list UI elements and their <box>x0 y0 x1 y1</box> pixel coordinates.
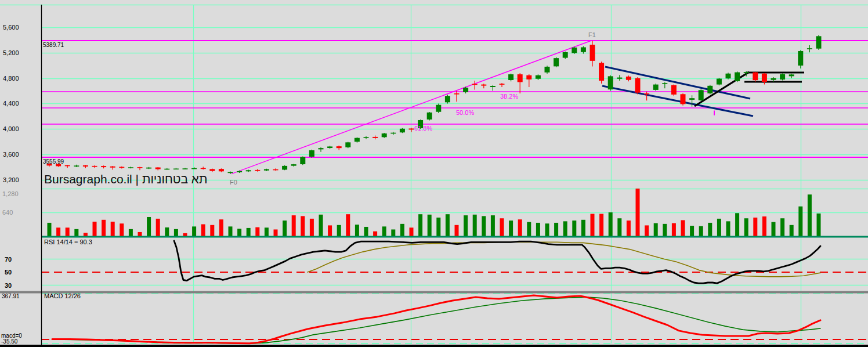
volume-bar <box>147 217 151 236</box>
volume-bar <box>229 226 233 236</box>
candle-body <box>717 79 722 85</box>
price-axis-tick-label: 3,200 <box>3 176 19 183</box>
candle-body <box>707 86 713 93</box>
volume-bar <box>527 222 531 236</box>
volume-bar <box>102 220 106 236</box>
volume-bar <box>428 215 432 236</box>
volume-bar <box>382 226 386 236</box>
candle-body <box>735 73 740 81</box>
candle-body <box>128 167 133 168</box>
candle-body <box>436 105 441 112</box>
volume-bar <box>744 218 748 236</box>
volume-bar <box>455 225 459 236</box>
price-axis-tick-label: 4,000 <box>3 125 19 132</box>
candle-body <box>581 48 586 52</box>
volume-bar <box>464 215 468 236</box>
chart-application-window: 5,6005,2004,8004,4004,0003,6003,2001,280… <box>0 0 868 347</box>
candle-body <box>490 86 496 87</box>
level-high-label: 5389.71 <box>43 42 64 48</box>
volume-bar <box>617 218 621 236</box>
candle-body <box>526 75 531 79</box>
rsi-panel-label: RSI 14/14 = 90.3 <box>44 238 92 245</box>
volume-baseline-bar <box>41 236 868 238</box>
candle-body <box>572 48 577 53</box>
candle-body <box>74 165 79 167</box>
candle-body <box>173 168 179 169</box>
candle-body <box>101 166 106 167</box>
price-axis-tick-label: 4,400 <box>3 100 19 107</box>
candle-body <box>364 137 369 138</box>
candle-body <box>500 84 505 85</box>
candle-body <box>699 90 704 100</box>
candle-body <box>119 167 124 168</box>
volume-bar <box>337 225 341 236</box>
candle-body <box>291 164 296 166</box>
macd-panel-label: MACD 12/26 <box>44 292 81 299</box>
volume-bar <box>545 223 549 236</box>
volume-bar <box>563 221 567 236</box>
stock-chart-canvas[interactable]: 5,6005,2004,8004,4004,0003,6003,2001,280… <box>0 0 868 347</box>
volume-bar <box>536 223 540 236</box>
candle-body <box>164 169 169 170</box>
candle-body <box>319 148 324 149</box>
volume-bar <box>645 225 649 236</box>
candle-body <box>65 165 70 167</box>
candle-body <box>237 171 242 172</box>
volume-bar <box>391 229 395 236</box>
volume-bar <box>817 214 821 236</box>
candle-body <box>309 150 314 157</box>
volume-bar <box>699 226 703 236</box>
rsi-axis-tick-label: 50 <box>5 269 12 276</box>
candle-body <box>508 74 513 80</box>
volume-bar <box>237 229 241 236</box>
candle-body <box>554 58 559 66</box>
candle-body <box>409 128 414 129</box>
volume-bar <box>48 223 52 236</box>
volume-bar <box>66 227 70 236</box>
candle-body <box>337 146 342 148</box>
candle-body <box>563 52 568 58</box>
volume-bar <box>518 219 522 236</box>
fib-382-label: 38.2% <box>500 93 518 100</box>
candle-body <box>545 67 550 73</box>
volume-bar <box>138 232 142 236</box>
candle-body <box>282 166 287 170</box>
volume-bar <box>708 223 712 236</box>
rsi-axis-tick-label: 70 <box>5 256 12 263</box>
volume-bar <box>74 229 78 236</box>
bottom-border-bar <box>0 345 868 347</box>
volume-bar <box>482 216 486 236</box>
candle-body <box>762 74 767 82</box>
volume-bar <box>726 221 730 236</box>
volume-bar <box>165 227 169 236</box>
volume-bar <box>319 215 323 236</box>
volume-bar <box>410 227 414 236</box>
volume-bar <box>201 224 205 236</box>
volume-bar <box>690 226 694 236</box>
volume-bar <box>609 212 613 236</box>
candle-body <box>780 74 785 79</box>
volume-bar <box>436 218 440 236</box>
volume-bar <box>581 220 585 236</box>
candle-body <box>83 165 88 167</box>
candle-body <box>608 76 613 89</box>
volume-bar <box>762 216 766 236</box>
level-low-label: 3555.99 <box>43 158 64 165</box>
price-axis-tick-label: 5,600 <box>3 24 19 31</box>
volume-bar <box>599 214 603 236</box>
volume-bar <box>265 227 269 236</box>
volume-axis-tick-label: 1,280 <box>2 190 19 197</box>
volume-bar <box>473 215 477 236</box>
candle-body <box>183 168 188 169</box>
fib-anchor-f0-label: F0 <box>230 179 237 186</box>
volume-bar <box>627 221 631 236</box>
candle-body <box>110 167 115 168</box>
candle-body <box>382 133 387 137</box>
macd-max-label: 367.91 <box>2 293 20 299</box>
volume-axis-tick-label: 640 <box>2 209 13 216</box>
candle-body <box>789 74 794 76</box>
volume-bar <box>93 222 97 236</box>
macd-min-label: -35.50 <box>1 338 18 345</box>
candle-body <box>671 85 677 95</box>
candle-body <box>681 94 686 104</box>
